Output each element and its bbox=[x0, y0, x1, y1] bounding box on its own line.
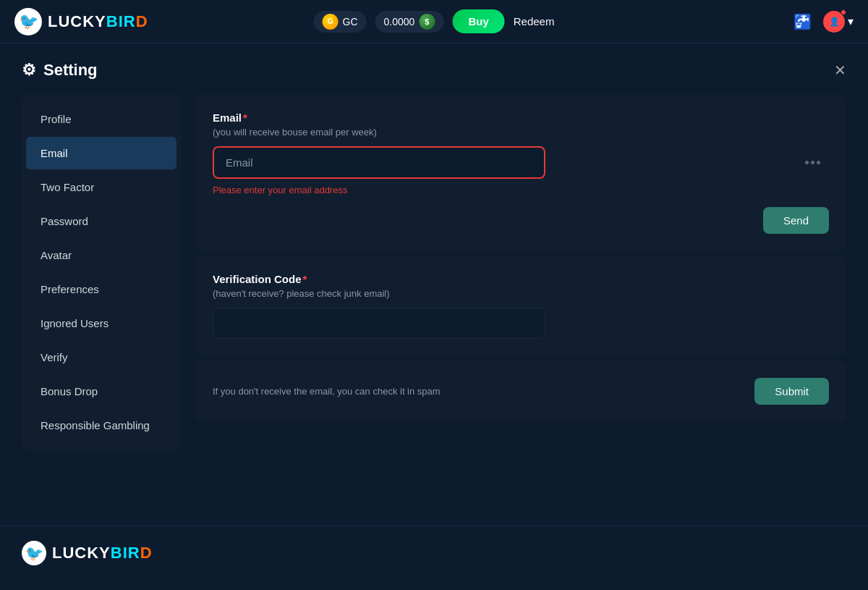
sidebar-item-ignored-users[interactable]: Ignored Users bbox=[26, 307, 176, 340]
email-input[interactable] bbox=[213, 146, 545, 179]
dots-icon[interactable] bbox=[805, 161, 820, 164]
logo-d-text: D bbox=[136, 12, 148, 30]
send-button[interactable]: Send bbox=[763, 207, 829, 234]
email-required-marker: * bbox=[243, 111, 247, 124]
email-error-text: Please enter your email address bbox=[213, 185, 829, 195]
setting-title: ⚙ Setting bbox=[22, 61, 98, 80]
sidebar-item-responsible-gambling[interactable]: Responsible Gambling bbox=[26, 409, 176, 442]
content-area: Profile Email Two Factor Password Avatar… bbox=[22, 94, 846, 450]
sidebar-item-two-factor[interactable]: Two Factor bbox=[26, 171, 176, 203]
sidebar-item-verify[interactable]: Verify bbox=[26, 341, 176, 374]
verif-hint: (haven't receive? please check junk emai… bbox=[213, 288, 829, 299]
setting-header: ⚙ Setting ✕ bbox=[22, 61, 846, 80]
sc-amount: 0.0000 bbox=[384, 16, 415, 28]
email-field-label: Email* bbox=[213, 111, 829, 124]
sidebar-item-bonus-drop[interactable]: Bonus Drop bbox=[26, 375, 176, 408]
redeem-button[interactable]: Redeem bbox=[514, 15, 555, 28]
gear-icon: ⚙ bbox=[22, 61, 36, 80]
verification-section: Verification Code* (haven't receive? ple… bbox=[195, 256, 846, 356]
footer-logo: 🐦 LUCKYBIRD bbox=[22, 541, 846, 565]
main-wrap: ⚙ Setting ✕ Profile Email Two Factor Pas… bbox=[0, 43, 868, 468]
logo: 🐦 LUCKYBIRD bbox=[14, 8, 148, 35]
nav-center: G GC 0.0000 $ Buy Redeem bbox=[314, 9, 555, 33]
dot2 bbox=[811, 161, 814, 164]
submit-button[interactable]: Submit bbox=[754, 378, 829, 405]
buy-button[interactable]: Buy bbox=[452, 9, 504, 33]
notification-dot bbox=[841, 9, 846, 15]
logo-bird-icon: 🐦 bbox=[14, 8, 42, 35]
gc-badge[interactable]: G GC bbox=[314, 11, 367, 33]
nav-right: 🚰 👤 ▾ bbox=[793, 11, 854, 33]
footer: 🐦 LUCKYBIRD bbox=[0, 526, 868, 580]
user-avatar-menu[interactable]: 👤 ▾ bbox=[823, 11, 854, 33]
logo-text: LUCKYBIRD bbox=[48, 12, 148, 31]
main-panel: Email* (you will receive bouse email per… bbox=[195, 94, 846, 450]
dot3 bbox=[817, 161, 820, 164]
dot1 bbox=[805, 161, 809, 164]
verification-code-input[interactable] bbox=[213, 308, 545, 339]
logo-bird-text: BIR bbox=[106, 12, 136, 30]
submit-note: If you don't receive the email, you can … bbox=[213, 386, 441, 397]
gc-label: GC bbox=[343, 16, 358, 28]
sc-coin-icon: $ bbox=[419, 14, 435, 30]
top-navigation: 🐦 LUCKYBIRD G GC 0.0000 $ Buy Redeem 🚰 👤… bbox=[0, 0, 868, 43]
sidebar-item-email[interactable]: Email bbox=[26, 137, 176, 169]
email-input-wrap bbox=[213, 146, 829, 179]
page-title: Setting bbox=[43, 61, 98, 80]
submit-section: If you don't receive the email, you can … bbox=[195, 361, 846, 422]
send-row: Send bbox=[213, 207, 829, 234]
verif-required-marker: * bbox=[303, 273, 307, 285]
gc-coin-icon: G bbox=[323, 14, 339, 30]
sidebar-item-preferences[interactable]: Preferences bbox=[26, 273, 176, 305]
email-hint: (you will receive bouse email per week) bbox=[213, 127, 829, 138]
sidebar-item-avatar[interactable]: Avatar bbox=[26, 239, 176, 271]
logo-lucky: LUCKY bbox=[48, 12, 106, 30]
footer-logo-text: LUCKYBIRD bbox=[52, 544, 153, 562]
verif-field-label: Verification Code* bbox=[213, 273, 829, 285]
sidebar-item-password[interactable]: Password bbox=[26, 205, 176, 237]
footer-bird-icon: 🐦 bbox=[22, 541, 46, 565]
faucet-icon[interactable]: 🚰 bbox=[793, 13, 812, 30]
avatar: 👤 bbox=[823, 11, 845, 33]
sidebar-item-profile[interactable]: Profile bbox=[26, 103, 176, 135]
close-icon[interactable]: ✕ bbox=[834, 62, 846, 79]
email-section: Email* (you will receive bouse email per… bbox=[195, 94, 846, 251]
sidebar: Profile Email Two Factor Password Avatar… bbox=[22, 94, 181, 450]
sc-badge[interactable]: 0.0000 $ bbox=[375, 11, 444, 33]
chevron-down-icon: ▾ bbox=[848, 14, 854, 28]
